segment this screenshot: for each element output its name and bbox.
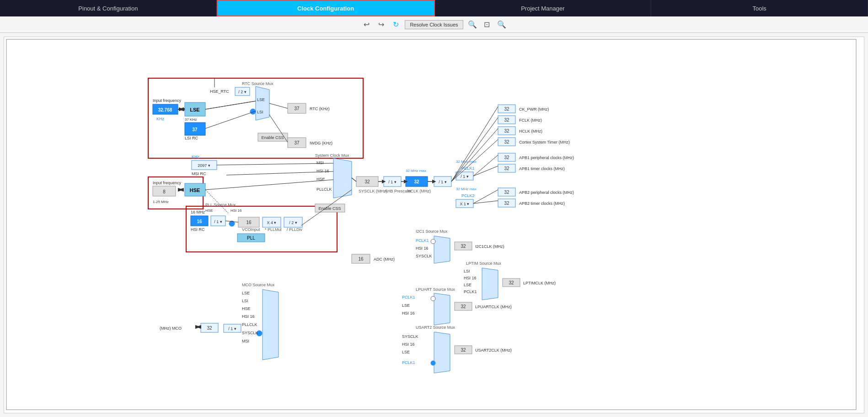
- lse-mux-label: LSE: [257, 97, 265, 102]
- line-pclk1-timer: [473, 166, 498, 176]
- i2c1-src-mux-label: I2C1 Source Mux: [416, 229, 448, 234]
- cortex-val: 32: [504, 139, 509, 144]
- diagram-canvas: RTC Source Mux Input frequency 32.768 KH…: [4, 37, 864, 413]
- hsi-rc-value: 16: [197, 219, 202, 224]
- hsi16-i2c-label: HSI 16: [416, 246, 429, 251]
- hse-input-value: 8: [163, 189, 166, 194]
- mco-val: 32: [207, 326, 212, 331]
- line-mux-rtc: [269, 103, 288, 108]
- undo-button[interactable]: ↩: [361, 19, 372, 30]
- line-lsi-mux: [205, 111, 256, 128]
- lptimclk-label: LPTIMCLK (MHz): [523, 281, 556, 285]
- lsi-rc-label: LSI RC: [185, 136, 198, 140]
- pclk1-lpuart-label: PCLK1: [402, 295, 415, 299]
- 32mhz-max-pclk2: 32 MHz max: [456, 187, 477, 191]
- line-lse-mux: [205, 101, 256, 109]
- pll-div-val: / 2 ▾: [289, 220, 297, 225]
- pclk1-usart2-radio[interactable]: [431, 361, 435, 365]
- line-to-ck-pwr: [451, 107, 498, 182]
- nav-tools[interactable]: Tools: [651, 0, 868, 16]
- lse-lptim-label: LSE: [464, 283, 472, 287]
- rtc-mux-shape: [256, 86, 269, 120]
- pll-div-label: / PLLDiv: [287, 227, 303, 232]
- hse-rtc-label: HSE_RTC: [210, 89, 229, 94]
- msi-mco-label: MSI: [242, 339, 249, 343]
- sysclk-mux-label: System Clock Mux: [315, 153, 349, 158]
- line-hsi-sysclk: [226, 171, 333, 175]
- adc-label: ADC (MHz): [374, 257, 395, 262]
- rtc-source-mux-label: RTC Source Mux: [242, 81, 273, 86]
- nav-project[interactable]: Project Manager: [435, 0, 652, 16]
- hse-block-label: HSE: [190, 187, 200, 193]
- toolbar: ↩ ↪ ↻ Resolve Clock Issues 🔍 ⊡ 🔍: [0, 16, 868, 33]
- lse-label: LSE: [190, 107, 199, 112]
- lpuart-mux-shape: [434, 293, 450, 325]
- lsi-lptim-label: LSI: [464, 269, 470, 273]
- lse-mco-label: LSE: [242, 291, 250, 295]
- pclk1-lpuart-radio[interactable]: [431, 296, 435, 301]
- 16mhz-label: 16 MHz: [191, 210, 205, 214]
- ck-pwr-val: 32: [504, 107, 509, 112]
- i2c1clk-label: I2C1CLK (MHz): [475, 244, 504, 249]
- fit-button[interactable]: ⊡: [482, 19, 493, 30]
- lpuartclk-label: LPUARTCLK (MHz): [475, 305, 512, 309]
- sysclk-mux-shape: [333, 158, 352, 198]
- apb1-timer-label: APB1 timer clocks (MHz): [519, 166, 565, 171]
- hsi16-to-pll: HSI 16: [230, 208, 242, 213]
- line-pclk2-periph: [473, 190, 498, 203]
- zoom-out-button[interactable]: 🔍: [496, 19, 507, 30]
- input-freq-hse-label: Input frequency: [153, 181, 182, 185]
- ahb-prescaler-val: / 1 ▾: [388, 180, 396, 184]
- rtc-out-value: 37: [294, 106, 300, 111]
- pclk1-lptim-label: PCLK1: [464, 289, 477, 294]
- hclk2-val: 32: [504, 128, 509, 134]
- apb1-timer-val: 32: [504, 166, 509, 171]
- refresh-button[interactable]: ↻: [390, 19, 401, 30]
- resolve-clock-button[interactable]: Resolve Clock Issues: [405, 20, 463, 29]
- lsi-mux-label: LSI: [257, 110, 263, 114]
- top-nav: Pinout & Configuration Clock Configurati…: [0, 0, 868, 16]
- hse-pll-label: HSE: [205, 208, 213, 213]
- usart2-src-mux-label: USART2 Source Mux: [416, 325, 455, 330]
- sysclk-mco-label: SYSCLK: [242, 331, 258, 335]
- nav-clock[interactable]: Clock Configuration: [217, 0, 435, 16]
- lptimclk-val: 32: [509, 280, 514, 285]
- mco-div-val: / 1 ▾: [228, 326, 236, 331]
- apb2-timer-label: APB2 timer clocks (MHz): [519, 201, 565, 206]
- hclk2-label: HCLK (MHz): [519, 129, 542, 134]
- hclk-div-val: / 1 ▾: [439, 180, 447, 184]
- pclk1-i2c-radio[interactable]: [431, 239, 435, 244]
- input-freq-lse-label: Input frequency: [153, 98, 182, 103]
- zoom-in-button[interactable]: 🔍: [467, 19, 478, 30]
- pll-mul-label: * PLLMul: [265, 227, 282, 232]
- clock-diagram-svg: RTC Source Mux Input frequency 32.768 KH…: [4, 37, 859, 413]
- pclk2-top-label: PCLK2: [461, 193, 475, 198]
- iwdg-out-value: 37: [294, 140, 300, 145]
- line-msi-sysclk: [217, 163, 333, 165]
- main-area: RTC Source Mux Input frequency 32.768 KH…: [0, 33, 868, 417]
- pll-inner-label: PLL: [247, 235, 255, 241]
- sysclk-value: 32: [364, 179, 370, 184]
- nav-pinout[interactable]: Pinout & Configuration: [0, 0, 217, 16]
- fclk-label: FCLK (MHz): [519, 118, 542, 123]
- enable-css-label2: Enable CSS: [318, 206, 341, 211]
- pclk2-div-val: X 1 ▾: [460, 202, 469, 206]
- apb1-periph-val: 32: [504, 155, 509, 160]
- cortex-label: Cortex System Timer (MHz): [519, 140, 570, 144]
- sysclk-i2c-label: SYSCLK: [416, 254, 432, 258]
- adc-value: 16: [358, 257, 364, 262]
- msi-dropdown-val: 2097 ▾: [198, 163, 210, 168]
- redo-button[interactable]: ↪: [375, 19, 386, 30]
- enable-css-label1: Enable CSS: [261, 135, 284, 140]
- lse-usart2-label: LSE: [402, 350, 410, 354]
- lsi-value: 37: [192, 127, 198, 132]
- apb2-timer-val: 32: [504, 201, 509, 206]
- sysclk-unit-label: SYSCLK (MHz): [359, 189, 387, 193]
- hclk-unit-label: HCLK (MHz): [407, 189, 431, 193]
- hse-range-label: 1-25 MHz: [153, 200, 169, 204]
- hse-mco-label: HSE: [242, 306, 251, 311]
- mco-src-mux-label: MCO Source Mux: [242, 283, 275, 287]
- pll-src-mux-label: PLL Source Mux: [205, 203, 236, 207]
- usart2clk-val: 32: [461, 348, 466, 353]
- msi-khz-label: KHz: [192, 155, 200, 159]
